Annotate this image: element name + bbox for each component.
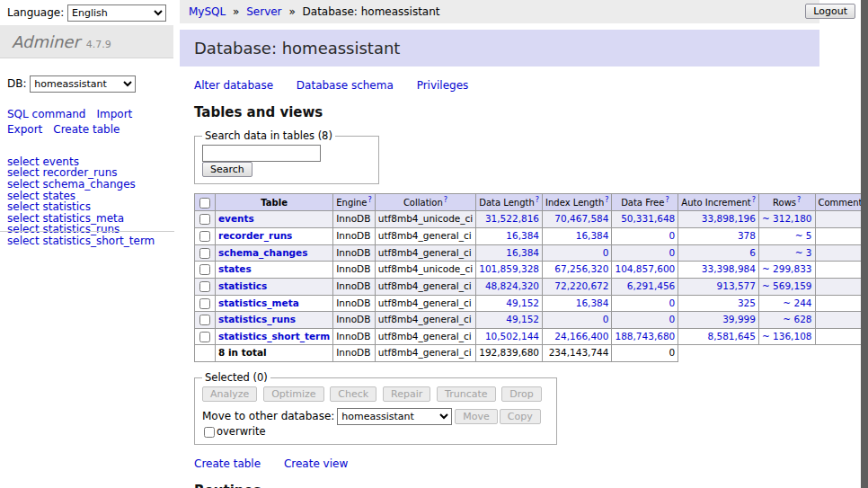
cell-collation: utf8mb4_general_ci <box>375 227 475 244</box>
select-all-checkbox[interactable] <box>199 198 210 209</box>
hint-link[interactable]: ? <box>797 196 801 204</box>
cell-auto-increment: 913,577 <box>678 278 759 295</box>
check-button[interactable]: Check <box>330 386 376 402</box>
column-header-table: Table <box>216 194 333 211</box>
row-checkbox[interactable] <box>199 281 210 292</box>
rows-count-link[interactable]: ~ 136,108 <box>762 331 812 342</box>
move-label: Move to other database: <box>202 410 334 422</box>
rows-count-link[interactable]: ~ 628 <box>783 314 811 324</box>
cell-auto-increment: 8,581,645 <box>678 328 759 345</box>
row-checkbox[interactable] <box>199 315 210 325</box>
breadcrumb-server-link[interactable]: Server <box>246 5 281 18</box>
move-button[interactable]: Move <box>455 409 498 424</box>
app-header: Adminer 4.7.9 <box>0 25 173 58</box>
language-bar: Language: English <box>7 4 166 22</box>
truncate-button[interactable]: Truncate <box>437 386 495 402</box>
table-row: statistics InnoDB utf8mb4_general_ci 48,… <box>195 278 868 295</box>
breadcrumb-mysql-link[interactable]: MySQL <box>189 5 226 18</box>
create-table-sidebar-link[interactable]: Create table <box>53 123 120 136</box>
cell-data-free: 0 <box>612 244 678 262</box>
breadcrumb-separator: » <box>233 5 239 18</box>
hint-link[interactable]: ? <box>752 196 756 204</box>
db-select[interactable]: homeassistant <box>30 75 136 93</box>
column-header-auto-increment: Auto Increment? <box>678 194 759 211</box>
cell-collation: utf8mb4_unicode_ci <box>375 211 475 228</box>
table-row: states InnoDB utf8mb4_unicode_ci 101,859… <box>195 262 868 279</box>
row-checkbox[interactable] <box>199 248 210 259</box>
cell-data-length: 16,384 <box>476 227 543 244</box>
cell-collation: utf8mb4_general_ci <box>375 278 475 295</box>
rows-count-link[interactable]: ~ 312,180 <box>762 213 812 224</box>
table-name-link[interactable]: statistics_meta <box>218 297 299 308</box>
rows-count-link[interactable]: ~ 569,159 <box>762 280 812 291</box>
cell-data-length: 49,152 <box>476 295 543 312</box>
vertical-scrollbar[interactable] <box>861 0 868 488</box>
overwrite-checkbox[interactable] <box>204 427 215 438</box>
search-input[interactable] <box>202 145 321 162</box>
row-checkbox[interactable] <box>199 298 210 309</box>
rows-count-link[interactable]: ~ 244 <box>783 297 811 308</box>
search-button[interactable]: Search <box>202 162 252 177</box>
sql-command-link[interactable]: SQL command <box>7 108 85 120</box>
table-row: schema_changes InnoDB utf8mb4_general_ci… <box>195 244 868 262</box>
hint-link[interactable]: ? <box>665 196 669 204</box>
import-link[interactable]: Import <box>96 108 132 120</box>
app-version: 4.7.9 <box>86 39 111 50</box>
cell-collation: utf8mb4_general_ci <box>375 244 475 262</box>
privileges-link[interactable]: Privileges <box>417 79 469 92</box>
cell-data-free: 0 <box>612 312 678 329</box>
cell-index-length: 0 <box>543 244 612 262</box>
hint-link[interactable]: ? <box>605 196 608 204</box>
hint-link[interactable]: ? <box>536 196 539 204</box>
cell-data-length: 48,824,320 <box>476 278 543 295</box>
cell-empty <box>195 345 216 362</box>
table-name-link[interactable]: statistics_short_term <box>218 331 330 342</box>
total-data-free: 0 <box>612 345 678 362</box>
optimize-button[interactable]: Optimize <box>263 386 323 402</box>
app-name-link[interactable]: Adminer <box>12 32 80 51</box>
cell-data-free: 0 <box>612 295 678 312</box>
alter-database-link[interactable]: Alter database <box>194 79 273 92</box>
cell-engine: InnoDB <box>333 278 376 295</box>
analyze-button[interactable]: Analyze <box>202 386 257 402</box>
hint-link[interactable]: ? <box>444 196 447 204</box>
cell-engine: InnoDB <box>333 227 376 244</box>
search-legend: Search data in tables (8) <box>202 129 335 142</box>
cell-collation: utf8mb4_unicode_ci <box>375 262 475 279</box>
table-row: statistics_meta InnoDB utf8mb4_general_c… <box>195 295 868 312</box>
table-name-link[interactable]: statistics <box>218 280 267 291</box>
scrollbar-thumb[interactable] <box>861 0 868 488</box>
row-checkbox[interactable] <box>199 231 210 242</box>
table-name-link[interactable]: statistics_runs <box>218 314 296 324</box>
sidebar-tables-list: select events select recorder_runs selec… <box>7 156 174 247</box>
sidebar-select-statistics-short-term-link[interactable]: select statistics_short_term <box>7 235 155 247</box>
rows-count-link[interactable]: ~ 5 <box>795 230 812 241</box>
cell-data-length: 49,152 <box>476 312 543 329</box>
create-table-link[interactable]: Create table <box>194 457 261 470</box>
row-checkbox[interactable] <box>199 332 210 342</box>
table-name-link[interactable]: states <box>218 263 252 274</box>
selected-legend: Selected (0) <box>202 371 270 384</box>
rows-count-link[interactable]: ~ 3 <box>795 247 812 258</box>
move-database-select[interactable]: homeassistant <box>337 408 452 425</box>
language-select[interactable]: English <box>67 4 166 22</box>
main-content: Database: homeassistant Alter database D… <box>180 23 819 488</box>
database-schema-link[interactable]: Database schema <box>297 79 394 92</box>
hint-link[interactable]: ? <box>368 196 372 204</box>
table-name-link[interactable]: schema_changes <box>218 247 308 258</box>
drop-button[interactable]: Drop <box>501 386 541 402</box>
copy-button[interactable]: Copy <box>500 409 541 424</box>
logout-button[interactable]: Logout <box>805 4 855 19</box>
row-checkbox[interactable] <box>199 264 210 275</box>
repair-button[interactable]: Repair <box>383 386 430 402</box>
export-link[interactable]: Export <box>7 123 42 136</box>
column-header-engine: Engine? <box>333 194 376 211</box>
cell-index-length: 72,220,672 <box>543 278 612 295</box>
cell-data-free: 0 <box>612 227 678 244</box>
create-view-link[interactable]: Create view <box>284 457 348 470</box>
rows-count-link[interactable]: ~ 299,833 <box>762 263 812 274</box>
table-name-link[interactable]: recorder_runs <box>218 230 292 241</box>
table-name-link[interactable]: events <box>218 213 254 224</box>
cell-collation: utf8mb4_general_ci <box>375 328 475 345</box>
row-checkbox[interactable] <box>199 214 210 225</box>
